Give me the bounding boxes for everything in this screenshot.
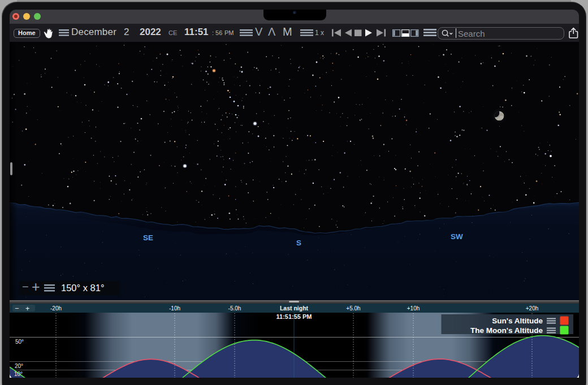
svg-text:+: + (25, 305, 29, 313)
svg-text:+10h: +10h (407, 305, 420, 312)
svg-text:−: − (15, 305, 19, 313)
svg-text:SE: SE (143, 233, 153, 242)
svg-text:S: S (296, 239, 301, 247)
svg-text:11:51:55 PM: 11:51:55 PM (276, 313, 312, 320)
svg-text:+5.0h: +5.0h (346, 305, 360, 312)
svg-text:Last night: Last night (280, 305, 309, 312)
svg-text:10°: 10° (14, 371, 23, 377)
svg-text:Sun's Altitude: Sun's Altitude (492, 317, 543, 325)
svg-text:The Moon's Altitude: The Moon's Altitude (470, 326, 543, 335)
svg-text:20°: 20° (15, 363, 23, 369)
svg-text:-20h: -20h (50, 305, 62, 312)
svg-text:+20h: +20h (526, 305, 539, 312)
svg-text:-10h: -10h (169, 305, 180, 312)
svg-text:SW: SW (451, 232, 463, 241)
svg-text:50°: 50° (15, 339, 24, 345)
svg-text:-5.0h: -5.0h (228, 305, 241, 312)
